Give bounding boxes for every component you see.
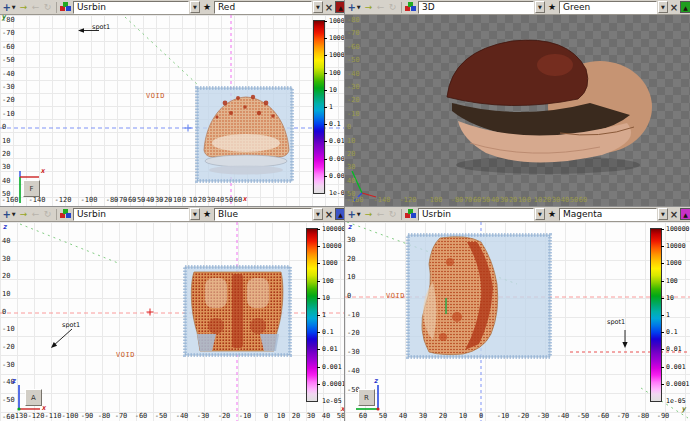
widget-x-axis-letter: x [41, 167, 45, 175]
ruler-tick-label: 0 [527, 196, 531, 204]
ruler-tick-label: -40 [2, 70, 15, 78]
view-orientation-button[interactable]: F [23, 180, 40, 197]
void-region-label: VOID [146, 92, 165, 100]
viewport-divider-vertical [344, 0, 345, 421]
ruler-tick-label: -30 [537, 412, 550, 420]
favorite-button[interactable]: ★ [201, 1, 213, 14]
view-name-combobox[interactable]: Blue [214, 208, 312, 221]
colorbar-tick-label: 10000 [322, 242, 342, 250]
ruler-tick-label: 10 [2, 137, 10, 145]
plot-type-dropdown-button[interactable]: ▼ [190, 1, 200, 13]
viewport-canvas[interactable] [345, 222, 690, 421]
close-viewport-button[interactable]: × [669, 1, 679, 14]
ruler-tick-label: 20 [292, 412, 300, 420]
reload-icon[interactable]: ↻ [387, 208, 398, 221]
ruler-tick-label: 20 [198, 196, 206, 204]
plot-type-combobox[interactable]: Usrbin [418, 208, 534, 221]
pan-tool-button[interactable]: +▼ [346, 208, 362, 221]
ruler-tick-label: 30 [207, 196, 215, 204]
pan-tool-button[interactable]: +▼ [346, 1, 362, 14]
view-orientation-button[interactable]: R [358, 389, 375, 406]
plot-type-combobox[interactable]: Usrbin [73, 1, 189, 14]
ruler-tick-label: 40 [561, 196, 569, 204]
colorbar-tick-label: 1000 [329, 51, 345, 59]
ruler-tick-label: 10 [347, 273, 355, 281]
plot-type-dropdown-button[interactable]: ▼ [535, 208, 545, 220]
ruler-tick-label: -10 [347, 311, 360, 319]
back-icon[interactable]: → [375, 1, 386, 14]
colorbar-tick-label: 0.1 [322, 328, 334, 336]
ruler-tick-label: -30 [2, 361, 15, 369]
forward-icon[interactable]: → [363, 208, 374, 221]
ruler-tick-label: -50 [577, 412, 590, 420]
ruler-tick-label: 30 [2, 255, 10, 263]
ruler-tick-label: -10 [239, 412, 252, 420]
ruler-tick-label: -20 [2, 96, 15, 104]
ruler-tick-label: 10 [534, 196, 542, 204]
pan-icon: + [2, 209, 10, 220]
close-viewport-button[interactable]: × [324, 1, 334, 14]
back-icon[interactable]: → [30, 1, 41, 14]
colorbar-tick-label: 1000 [322, 259, 338, 267]
ruler-tick-label: -10 [497, 412, 510, 420]
ruler-tick-label: -70 [115, 412, 128, 420]
ruler-tick-label: 40 [2, 237, 10, 245]
back-icon[interactable]: → [30, 208, 41, 221]
forward-icon[interactable]: → [18, 1, 29, 14]
pan-tool-button[interactable]: +▼ [1, 208, 17, 221]
ruler-tick-label: -130 [11, 412, 28, 420]
close-viewport-button[interactable]: × [324, 208, 334, 221]
view-dropdown-button[interactable]: ▼ [658, 208, 668, 220]
maximize-viewport-button[interactable]: ▲ [680, 1, 690, 13]
ruler-tick-label: 0 [264, 412, 268, 420]
viewport-canvas[interactable] [0, 15, 345, 207]
plot-type-dropdown-button[interactable]: ▼ [535, 1, 545, 13]
back-icon[interactable]: → [375, 208, 386, 221]
pan-icon: + [2, 2, 10, 13]
view-dropdown-button[interactable]: ▼ [658, 1, 668, 13]
view-name-combobox[interactable]: Green [559, 1, 657, 14]
view-name-combobox[interactable]: Magenta [559, 208, 657, 221]
void-region-label: VOID [386, 292, 405, 300]
ruler-tick-label: 50 [379, 412, 387, 420]
ruler-tick-label: 0 [347, 123, 351, 131]
colorbar-tick-label: 10000 [329, 34, 345, 42]
flair-geometry-editor: +▼ → → ↻ Usrbin ▼ ★ Red ▼ × ▲ [0, 0, 690, 421]
ruler-tick-label: 20 [2, 150, 10, 158]
ruler-tick-label: -50 [2, 56, 15, 64]
ruler-tick-label: 40 [2, 177, 10, 185]
reload-icon[interactable]: ↻ [387, 1, 398, 14]
forward-icon[interactable]: → [363, 1, 374, 14]
view-name-combobox[interactable]: Red [214, 1, 312, 14]
ruler-tick-label: -50 [155, 412, 168, 420]
maximize-viewport-button[interactable]: ▲ [680, 208, 690, 220]
plot-type-combobox[interactable]: 3D [418, 1, 534, 14]
chevron-down-icon: ▼ [12, 211, 16, 217]
ruler-tick-label: 30 [307, 412, 315, 420]
colorbar-tick-label: 1e-05 [666, 397, 686, 405]
plot-type-dropdown-button[interactable]: ▼ [190, 208, 200, 220]
close-viewport-button[interactable]: × [669, 208, 679, 221]
favorite-button[interactable]: ★ [546, 208, 558, 221]
colorbar-gradient [313, 20, 325, 194]
colorbar-tick-label: 10 [329, 86, 337, 94]
pan-tool-button[interactable]: +▼ [1, 1, 17, 14]
colorbar-tick-label: 1 [666, 311, 670, 319]
view-dropdown-button[interactable]: ▼ [313, 208, 323, 220]
view-dropdown-button[interactable]: ▼ [313, 1, 323, 13]
viewport-canvas[interactable] [0, 222, 345, 421]
viewport-canvas-3d[interactable] [345, 15, 690, 207]
void-region-label: VOID [116, 351, 135, 359]
ruler-tick-label: 10 [459, 412, 467, 420]
pan-icon: + [347, 209, 355, 220]
chevron-down-icon: ▼ [357, 4, 361, 10]
forward-icon[interactable]: → [18, 208, 29, 221]
favorite-button[interactable]: ★ [546, 1, 558, 14]
colorbar-gradient [306, 228, 318, 402]
plot-type-combobox[interactable]: Usrbin [73, 208, 189, 221]
view-orientation-button[interactable]: A [25, 389, 42, 406]
reload-icon[interactable]: ↻ [42, 208, 53, 221]
reload-icon[interactable]: ↻ [42, 1, 53, 14]
colorbar-tick-label: 0.1 [329, 120, 341, 128]
favorite-button[interactable]: ★ [201, 208, 213, 221]
